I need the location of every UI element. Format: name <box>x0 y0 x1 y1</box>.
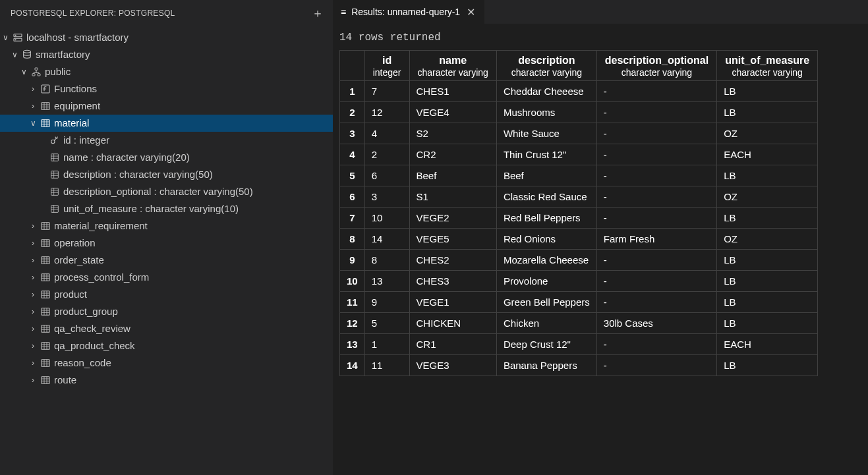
tree-table-material[interactable]: ∨material <box>0 115 333 132</box>
cell-unit_of_measure[interactable]: LB <box>717 355 818 376</box>
cell-id[interactable]: 5 <box>364 313 409 334</box>
cell-name[interactable]: CHES2 <box>409 250 496 271</box>
cell-unit_of_measure[interactable]: OZ <box>717 186 818 208</box>
column-header-unit_of_measure[interactable]: unit_of_measurecharacter varying <box>717 51 818 81</box>
cell-unit_of_measure[interactable]: LB <box>717 313 818 334</box>
cell-id[interactable]: 2 <box>364 144 409 165</box>
cell-name[interactable]: VEGE3 <box>409 355 496 376</box>
cell-description_optional[interactable]: - <box>596 102 716 123</box>
cell-unit_of_measure[interactable]: LB <box>717 208 818 229</box>
cell-description[interactable]: Classic Red Sauce <box>496 186 596 208</box>
column-header-id[interactable]: idinteger <box>364 51 409 81</box>
close-icon[interactable]: ✕ <box>465 6 477 18</box>
cell-id[interactable]: 3 <box>364 186 409 208</box>
cell-description[interactable]: Mushrooms <box>496 102 596 123</box>
cell-description_optional[interactable]: - <box>596 271 716 292</box>
column-header-name[interactable]: namecharacter varying <box>409 51 496 81</box>
table-row[interactable]: 1013CHES3Provolone-LB <box>340 271 818 292</box>
cell-name[interactable]: VEGE2 <box>409 208 496 229</box>
cell-description_optional[interactable]: 30lb Cases <box>596 313 716 334</box>
cell-unit_of_measure[interactable]: EACH <box>717 334 818 355</box>
cell-id[interactable]: 11 <box>364 355 409 376</box>
cell-description[interactable]: Chicken <box>496 313 596 334</box>
tree-column[interactable]: id : integer <box>0 132 333 149</box>
tree-table-product_group[interactable]: ›product_group <box>0 303 333 320</box>
cell-description[interactable]: Deep Crust 12" <box>496 334 596 355</box>
cell-name[interactable]: S1 <box>409 186 496 208</box>
cell-unit_of_measure[interactable]: LB <box>717 292 818 313</box>
chevron-right-icon[interactable]: › <box>28 337 38 354</box>
chevron-down-icon[interactable]: ∨ <box>0 29 11 46</box>
cell-name[interactable]: S2 <box>409 123 496 144</box>
chevron-right-icon[interactable]: › <box>28 269 38 286</box>
table-row[interactable]: 63S1Classic Red Sauce-OZ <box>340 186 818 208</box>
cell-id[interactable]: 10 <box>364 208 409 229</box>
tree-table-product[interactable]: ›product <box>0 286 333 303</box>
cell-description_optional[interactable]: - <box>596 81 716 102</box>
cell-id[interactable]: 12 <box>364 102 409 123</box>
add-connection-button[interactable]: ＋ <box>308 5 328 21</box>
tree-table-operation[interactable]: ›operation <box>0 235 333 252</box>
cell-id[interactable]: 9 <box>364 292 409 313</box>
cell-id[interactable]: 13 <box>364 271 409 292</box>
chevron-down-icon[interactable]: ∨ <box>18 63 29 80</box>
tree-table-reason_code[interactable]: ›reason_code <box>0 354 333 372</box>
cell-description_optional[interactable]: Farm Fresh <box>596 229 716 250</box>
chevron-right-icon[interactable]: › <box>28 320 38 337</box>
tree-database[interactable]: ∨smartfactory <box>0 46 333 63</box>
chevron-right-icon[interactable]: › <box>28 217 38 235</box>
table-row[interactable]: 42CR2Thin Crust 12"-EACH <box>340 144 818 165</box>
cell-id[interactable]: 8 <box>364 250 409 271</box>
cell-name[interactable]: Beef <box>409 165 496 186</box>
cell-description_optional[interactable]: - <box>596 144 716 165</box>
column-header-description[interactable]: descriptioncharacter varying <box>496 51 596 81</box>
chevron-down-icon[interactable]: ∨ <box>28 115 38 132</box>
chevron-right-icon[interactable]: › <box>28 252 38 269</box>
table-row[interactable]: 119VEGE1Green Bell Peppers-LB <box>340 292 818 313</box>
cell-description_optional[interactable]: - <box>596 208 716 229</box>
chevron-right-icon[interactable]: › <box>28 354 38 372</box>
chevron-down-icon[interactable]: ∨ <box>9 46 20 63</box>
cell-unit_of_measure[interactable]: LB <box>717 81 818 102</box>
chevron-right-icon[interactable]: › <box>28 303 38 320</box>
table-row[interactable]: 34S2White Sauce-OZ <box>340 123 818 144</box>
tree-functions[interactable]: ›Functions <box>0 80 333 98</box>
cell-unit_of_measure[interactable]: OZ <box>717 229 818 250</box>
tree-column[interactable]: description_optional : character varying… <box>0 183 333 200</box>
cell-description[interactable]: Cheddar Cheeese <box>496 81 596 102</box>
tab-results[interactable]: ≡ Results: unnamed-query-1 ✕ <box>333 0 485 24</box>
tree-column[interactable]: description : character varying(50) <box>0 166 333 183</box>
table-row[interactable]: 131CR1Deep Crust 12"-EACH <box>340 334 818 355</box>
cell-description[interactable]: Red Bell Peppers <box>496 208 596 229</box>
cell-description_optional[interactable]: - <box>596 334 716 355</box>
table-row[interactable]: 56BeefBeef-LB <box>340 165 818 186</box>
tree-table-process_control_form[interactable]: ›process_control_form <box>0 269 333 286</box>
tree-table-equipment[interactable]: ›equipment <box>0 98 333 115</box>
cell-unit_of_measure[interactable]: OZ <box>717 123 818 144</box>
cell-unit_of_measure[interactable]: LB <box>717 250 818 271</box>
cell-unit_of_measure[interactable]: LB <box>717 165 818 186</box>
tree-column[interactable]: name : character varying(20) <box>0 149 333 166</box>
chevron-right-icon[interactable]: › <box>28 286 38 303</box>
chevron-right-icon[interactable]: › <box>28 235 38 252</box>
cell-description[interactable]: Banana Peppers <box>496 355 596 376</box>
chevron-right-icon[interactable]: › <box>28 372 38 389</box>
cell-id[interactable]: 1 <box>364 334 409 355</box>
cell-name[interactable]: VEGE1 <box>409 292 496 313</box>
cell-description[interactable]: Beef <box>496 165 596 186</box>
cell-description_optional[interactable]: - <box>596 165 716 186</box>
cell-description[interactable]: Thin Crust 12" <box>496 144 596 165</box>
cell-id[interactable]: 14 <box>364 229 409 250</box>
cell-id[interactable]: 4 <box>364 123 409 144</box>
table-row[interactable]: 212VEGE4Mushrooms-LB <box>340 102 818 123</box>
cell-id[interactable]: 7 <box>364 81 409 102</box>
tree-table-qa_product_check[interactable]: ›qa_product_check <box>0 337 333 354</box>
cell-description_optional[interactable]: - <box>596 355 716 376</box>
cell-name[interactable]: CHES3 <box>409 271 496 292</box>
cell-name[interactable]: CHICKEN <box>409 313 496 334</box>
cell-name[interactable]: VEGE4 <box>409 102 496 123</box>
chevron-right-icon[interactable]: › <box>28 98 38 115</box>
cell-description[interactable]: Mozarella Cheeese <box>496 250 596 271</box>
cell-description[interactable]: Green Bell Peppers <box>496 292 596 313</box>
cell-name[interactable]: CR2 <box>409 144 496 165</box>
